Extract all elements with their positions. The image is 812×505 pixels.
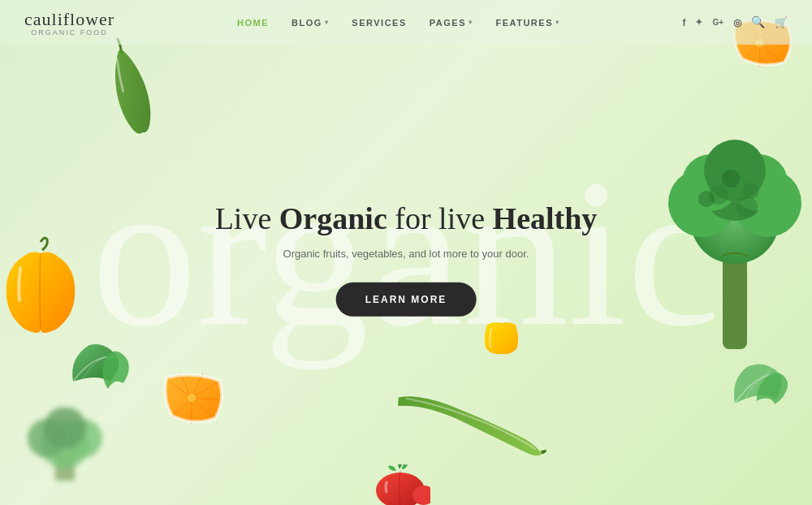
logo[interactable]: cauliflower Organic Food	[24, 9, 114, 37]
googleplus-icon[interactable]: G+	[712, 18, 723, 27]
svg-point-19	[44, 408, 86, 449]
pepper-left-decoration	[0, 235, 81, 341]
mini-pepper-mid-decoration	[479, 317, 524, 357]
navigation: HOME BLOG ▾ SERVICES PAGES ▾ FEATURES ▾	[237, 18, 559, 28]
chevron-down-icon: ▾	[325, 19, 330, 26]
svg-point-12	[736, 196, 758, 218]
broccoli-right-decoration	[662, 122, 808, 349]
svg-point-13	[698, 191, 715, 207]
nav-blog[interactable]: BLOG ▾	[292, 18, 329, 28]
logo-subtitle: Organic Food	[31, 28, 108, 37]
hero-subtitle: Organic fruits, vegetables, and lot more…	[215, 247, 598, 259]
chili-bottom-decoration	[389, 381, 553, 467]
nav-services[interactable]: SERVICES	[352, 18, 406, 28]
cart-icon[interactable]: 🛒	[775, 16, 788, 29]
facebook-icon[interactable]: f	[682, 17, 685, 28]
svg-point-10	[743, 183, 759, 199]
svg-rect-1	[723, 252, 747, 349]
chevron-down-icon: ▾	[555, 19, 560, 26]
header: cauliflower Organic Food HOME BLOG ▾ SER…	[0, 0, 812, 45]
hero-section: cauliflower Organic Food HOME BLOG ▾ SER…	[0, 0, 812, 505]
hero-content: Live Organic for live Healthy Organic fr…	[215, 201, 598, 317]
learn-more-button[interactable]: LEARN MORE	[336, 282, 477, 316]
nav-home[interactable]: HOME	[237, 18, 269, 28]
nav-pages[interactable]: PAGES ▾	[430, 18, 473, 28]
basil-leaves-left-decoration	[65, 341, 130, 390]
instagram-icon[interactable]: ◎	[733, 17, 741, 28]
chili-top-left-decoration	[93, 28, 167, 142]
chevron-down-icon: ▾	[469, 19, 473, 26]
tomato-bottom-decoration	[374, 464, 430, 505]
header-actions: f ✦ G+ ◎ 🔍 🛒	[682, 15, 788, 29]
hero-title: Live Organic for live Healthy	[215, 201, 598, 238]
twitter-icon[interactable]: ✦	[695, 17, 702, 28]
broccoli-bottom-left-decoration	[24, 408, 106, 481]
search-icon[interactable]: 🔍	[751, 15, 765, 29]
svg-point-11	[722, 170, 740, 188]
basil-leaves-right-decoration	[731, 359, 788, 408]
orange-bottom-left-decoration	[162, 371, 227, 424]
nav-features[interactable]: FEATURES ▾	[496, 18, 560, 28]
logo-text: cauliflower	[24, 9, 114, 30]
svg-point-14	[188, 394, 196, 402]
